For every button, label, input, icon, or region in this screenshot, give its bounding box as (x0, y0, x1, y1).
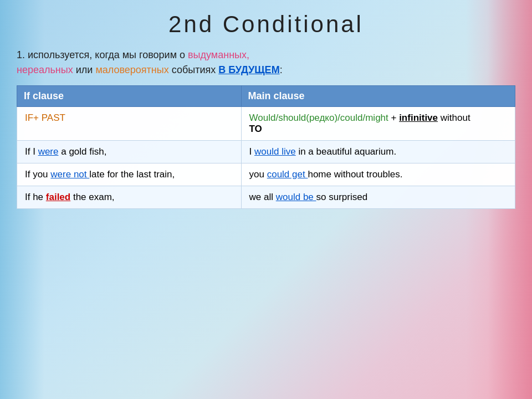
intro-highlight-nerealnykh: нереальных (17, 64, 73, 75)
table-row: If you were not late for the last train,… (17, 163, 515, 186)
intro-suffix: событиях (169, 64, 219, 75)
modal-verbs: Would/should(редко)/could/might (249, 112, 388, 123)
header-main-clause: Main clause (241, 86, 515, 107)
would-live: would live (254, 146, 296, 157)
aquarium-suffix: in a beautiful aquarium. (296, 146, 396, 157)
grammar-table: If clause Main clause IF+ PAST Would/sho… (17, 85, 515, 209)
table-row: If I were a gold fish, I would live in a… (17, 141, 515, 163)
intro-budushchem: В БУДУЩЕМ (218, 64, 279, 75)
intro-highlight-maloveroiatnykh: маловероятных (95, 64, 168, 75)
table-row: IF+ PAST Would/should(редко)/could/might… (17, 107, 515, 141)
were-1: were (38, 146, 59, 157)
if-i-prefix: If I (25, 146, 38, 157)
if-clause-cell-4: If he failed the exam, (17, 186, 242, 209)
if-you-prefix: If you (25, 169, 50, 180)
intro-highlight1: выдуманных, (188, 49, 249, 60)
intro-prefix: 1. используется, когда мы говорим о (17, 49, 188, 60)
failed: failed (46, 192, 70, 202)
if-clause-cell-3: If you were not late for the last train, (17, 163, 242, 186)
if-you-suffix: late for the last train, (89, 169, 175, 180)
infinitive-label: infinitive (399, 112, 438, 123)
home-suffix: home without troubles. (308, 169, 402, 180)
page-title: 2nd Conditional (17, 11, 515, 38)
you-prefix: you (249, 169, 267, 180)
if-clause-cell-1: IF+ PAST (17, 107, 242, 141)
if-clause-cell-2: If I were a gold fish, (17, 141, 242, 163)
would-be: would be (276, 192, 316, 202)
header-if-clause: If clause (17, 86, 242, 107)
main-clause-cell-1: Would/should(редко)/could/might + infini… (241, 107, 515, 141)
we-all-prefix: we all (249, 192, 276, 202)
surprised-suffix: so surprised (316, 192, 368, 202)
if-i-suffix: a gold fish, (58, 146, 106, 157)
i-prefix: I (249, 146, 254, 157)
main-clause-cell-2: I would live in a beautiful aquarium. (241, 141, 515, 163)
intro-paragraph: 1. используется, когда мы говорим о выду… (17, 48, 515, 78)
main-clause-cell-3: you could get home without troubles. (241, 163, 515, 186)
if-he-prefix: If he (25, 192, 46, 202)
intro-ili: или (73, 64, 96, 75)
intro-colon: : (280, 64, 283, 75)
if-past-label: IF+ PAST (25, 112, 65, 123)
main-content: 2nd Conditional 1. используется, когда м… (0, 0, 532, 220)
table-row: If he failed the exam, we all would be s… (17, 186, 515, 209)
table-header-row: If clause Main clause (17, 86, 515, 107)
could-get: could get (267, 169, 308, 180)
to-label: ТО (249, 124, 262, 134)
if-he-suffix: the exam, (70, 192, 114, 202)
main-clause-cell-4: we all would be so surprised (241, 186, 515, 209)
were-not: were not (50, 169, 89, 180)
